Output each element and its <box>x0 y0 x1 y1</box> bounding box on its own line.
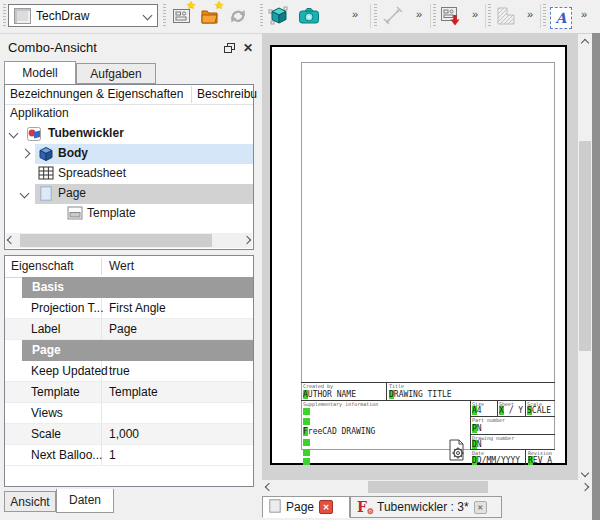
float-panel-icon[interactable] <box>224 43 235 53</box>
scroll-down-icon[interactable] <box>582 470 588 476</box>
column-divider[interactable] <box>101 258 102 275</box>
scroll-left-icon[interactable] <box>8 237 14 243</box>
tab-modell[interactable]: Modell <box>4 61 76 84</box>
property-value[interactable]: true <box>109 364 130 378</box>
toolbar-overflow-button[interactable]: » <box>527 8 532 20</box>
property-row[interactable]: Keep Updated true <box>5 361 253 382</box>
property-value[interactable]: 1,000 <box>109 427 139 441</box>
horizontal-scrollbar[interactable] <box>262 480 592 494</box>
scrollbar-thumb[interactable] <box>579 141 591 351</box>
toolbar-grip[interactable] <box>163 4 166 28</box>
workbench-selector[interactable]: TechDraw <box>8 4 158 27</box>
toolbar-overflow-button[interactable]: » <box>352 8 357 20</box>
template-settings-icon[interactable] <box>447 438 467 465</box>
property-row[interactable]: Views <box>5 403 253 424</box>
expander-down-icon[interactable] <box>9 129 19 139</box>
close-panel-icon[interactable]: ✕ <box>243 41 253 55</box>
supplementary-value[interactable]: FreeCAD DRAWING <box>303 427 375 436</box>
property-value[interactable]: Page <box>109 322 137 336</box>
mdi-tab-document[interactable]: F⚙ Tubenwickler : 3* ✕ <box>350 496 502 518</box>
property-row[interactable]: Label Page <box>5 319 253 340</box>
group-label: Basis <box>32 280 64 294</box>
tb-line <box>525 449 526 465</box>
expander-down-icon[interactable] <box>20 189 30 199</box>
tree-horizontal-scrollbar[interactable] <box>6 233 252 248</box>
page-icon <box>269 499 281 516</box>
tree-item-document[interactable]: Tubenwickler <box>5 124 253 144</box>
property-row[interactable]: Scale 1,000 <box>5 424 253 445</box>
toolbar-grip[interactable] <box>374 4 377 28</box>
editable-field-marker[interactable] <box>303 418 310 425</box>
dimension-icon <box>382 5 404 27</box>
tree-header-description: Beschreibu <box>197 87 257 101</box>
combo-view-titlebar[interactable]: Combo-Ansicht ✕ <box>0 38 258 58</box>
property-row[interactable]: Next Balloo... 1 <box>5 445 253 466</box>
toolbar-overflow-button[interactable]: » <box>416 8 421 20</box>
scroll-up-icon[interactable] <box>582 40 588 46</box>
drawing-view-area[interactable]: Created by AUTHOR NAME Title DRAWING TIT… <box>262 33 592 520</box>
property-group-page[interactable]: Page <box>5 340 253 361</box>
date-value[interactable]: DD/MM/YYYY <box>472 456 520 465</box>
tab-daten[interactable]: Daten <box>56 489 114 513</box>
toolbar-grip[interactable] <box>543 4 546 28</box>
insert-active-view-button[interactable] <box>296 3 322 29</box>
part-number-label: Part number <box>472 417 505 423</box>
created-by-value[interactable]: AUTHOR NAME <box>303 390 356 399</box>
mdi-tab-page[interactable]: Page ✕ <box>262 496 350 518</box>
export-page-button[interactable] <box>438 3 464 29</box>
close-tab-icon[interactable]: ✕ <box>319 500 333 514</box>
property-row[interactable]: Template Template <box>5 382 253 403</box>
tree-item-template[interactable]: Template <box>5 204 253 224</box>
tree-header[interactable]: Bezeichnungen & Eigenschaften Beschreibu <box>5 85 253 105</box>
tree-item-body[interactable]: Body <box>5 144 253 164</box>
toolbar-grip[interactable] <box>260 4 263 28</box>
tree-item-page[interactable]: Page <box>5 184 253 204</box>
redraw-page-button[interactable] <box>225 3 251 29</box>
size-value[interactable]: A4 <box>472 406 482 415</box>
sheet-value[interactable]: X / Y <box>499 406 523 415</box>
annotation-button[interactable]: A <box>548 3 574 29</box>
scale-value[interactable]: SCALE <box>527 406 551 415</box>
drawing-number-value[interactable]: DN <box>472 440 482 449</box>
toolbar-grip[interactable] <box>488 4 491 28</box>
property-value[interactable]: First Angle <box>109 301 166 315</box>
toolbar-grip[interactable] <box>3 4 6 28</box>
close-tab-icon[interactable]: ✕ <box>474 501 487 514</box>
editable-field-marker[interactable] <box>303 439 310 446</box>
tab-ansicht[interactable]: Ansicht <box>4 491 56 512</box>
property-group-basis[interactable]: Basis <box>5 277 253 298</box>
tab-ansicht-label: Ansicht <box>10 495 49 509</box>
insert-page-template-button[interactable]: ★ <box>197 3 223 29</box>
drawing-page[interactable]: Created by AUTHOR NAME Title DRAWING TIT… <box>270 45 567 465</box>
scrollbar-thumb[interactable] <box>368 481 488 493</box>
tree-item-spreadsheet[interactable]: Spreadsheet <box>5 164 253 184</box>
expander-right-icon[interactable] <box>21 149 31 159</box>
editable-field-marker[interactable] <box>303 458 310 465</box>
insert-default-page-button[interactable]: ★ <box>169 3 195 29</box>
part-number-value[interactable]: PN <box>472 424 482 433</box>
property-row[interactable]: Projection T... First Angle <box>5 298 253 319</box>
column-divider[interactable] <box>191 86 192 103</box>
property-header[interactable]: Eigenschaft Wert <box>5 256 253 278</box>
scroll-right-icon[interactable] <box>582 484 588 490</box>
editable-field-marker[interactable] <box>303 449 310 456</box>
property-value[interactable]: 1 <box>109 448 116 462</box>
tree-item-application[interactable]: Applikation <box>5 104 253 124</box>
hatch-button[interactable] <box>493 3 519 29</box>
toolbar-grip[interactable] <box>433 4 436 28</box>
scroll-right-icon[interactable] <box>244 237 250 243</box>
toolbar-overflow-button[interactable]: » <box>581 8 586 20</box>
dimension-button[interactable] <box>380 3 406 29</box>
vertical-scrollbar[interactable] <box>578 34 592 480</box>
tab-aufgaben[interactable]: Aufgaben <box>76 63 156 84</box>
property-value[interactable]: Template <box>109 385 158 399</box>
scrollbar-thumb[interactable] <box>20 234 212 247</box>
editable-field-marker[interactable] <box>303 408 310 415</box>
toolbar-overflow-button[interactable]: » <box>472 8 477 20</box>
property-name: Template <box>31 385 80 399</box>
title-value[interactable]: DRAWING TITLE <box>389 390 452 399</box>
insert-view-button[interactable] <box>266 3 292 29</box>
scroll-left-icon[interactable] <box>266 484 272 490</box>
revision-value[interactable]: REV A <box>528 456 552 465</box>
property-name: Next Balloo... <box>31 448 102 462</box>
